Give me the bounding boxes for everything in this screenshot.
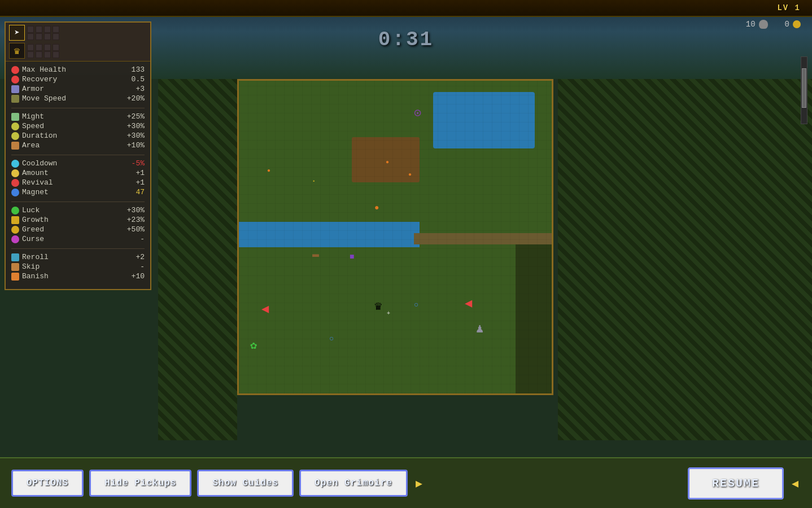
gold-counter: 0	[785, 20, 801, 29]
stat-recovery-value: 0.5	[132, 75, 145, 84]
arrow-left-icon[interactable]: ◀	[789, 474, 801, 493]
stat-group-weapon: Might +25% Speed +30% Duration +30%	[11, 112, 145, 150]
stat-area: Area +10%	[11, 141, 145, 150]
ring-item: ⊙	[414, 108, 421, 120]
stat-recovery: Recovery 0.5	[11, 75, 145, 84]
stat-banish-value: +10	[132, 272, 145, 281]
stat-armor-value: +3	[136, 85, 145, 93]
stat-greed-value: +50%	[127, 225, 145, 234]
recovery-icon	[11, 76, 19, 84]
stat-luck: Luck +30%	[11, 205, 145, 215]
stat-amount-label: Amount	[11, 169, 49, 177]
character-icon-crown: ♛	[9, 43, 25, 59]
stat-movespeed: Move Speed +20%	[11, 94, 145, 103]
stat-armor-label: Armor	[11, 85, 44, 93]
open-grimoire-button[interactable]: Open Grimoire	[299, 470, 408, 497]
stat-cooldown: Cooldown -5%	[11, 159, 145, 168]
stat-maxhealth: Max Health 133	[11, 65, 145, 75]
divider-3	[11, 202, 145, 202]
stat-duration: Duration +30%	[11, 131, 145, 141]
orb-pickup-1: ○	[329, 335, 334, 343]
kill-counter: 10	[746, 20, 768, 29]
cooldown-icon	[11, 160, 19, 168]
stat-growth: Growth +23%	[11, 215, 145, 225]
skip-icon	[11, 263, 19, 271]
stat-magnet: Magnet 47	[11, 187, 145, 197]
stat-maxhealth-label: Max Health	[11, 65, 66, 74]
stat-magnet-label: Magnet	[11, 188, 49, 196]
stat-growth-value: +23%	[127, 216, 145, 224]
char-icon-row-1: ➤	[9, 25, 60, 41]
stat-duration-value: +30%	[127, 132, 145, 140]
divider-4	[11, 248, 145, 249]
top-bar: LV 1	[0, 0, 812, 17]
knight-enemy: ♟	[476, 323, 483, 336]
stat-banish: Banish +10	[11, 271, 145, 281]
stat-revival: Revival +1	[11, 178, 145, 187]
orange-pickup: ●	[374, 204, 379, 212]
stat-curse: Curse -	[11, 234, 145, 244]
stat-curse-value: -	[140, 235, 145, 243]
reroll-icon	[11, 253, 19, 261]
stat-group-base: Max Health 133 Recovery 0.5 Armor +3	[11, 65, 145, 103]
bottom-bar: OPTIONS Hide Pickups Show Guides Open Gr…	[0, 457, 812, 508]
stat-magnet-value: 47	[136, 188, 145, 196]
stat-duration-label: Duration	[11, 132, 57, 140]
options-button[interactable]: OPTIONS	[11, 470, 84, 497]
map-grid-overlay	[239, 81, 552, 393]
stat-area-value: +10%	[127, 141, 145, 150]
bottom-buttons: OPTIONS Hide Pickups Show Guides Open Gr…	[11, 470, 425, 497]
speed-icon	[11, 122, 19, 130]
divider-1	[11, 108, 145, 108]
magnet-icon	[11, 189, 19, 196]
purple-item: ■	[350, 253, 354, 261]
pickup-small-3: ●	[408, 172, 412, 178]
resume-button[interactable]: RESUME	[688, 467, 784, 500]
curse-icon	[11, 235, 19, 243]
stat-revival-label: Revival	[11, 178, 53, 187]
stat-speed: Speed +30%	[11, 121, 145, 131]
top-counters: 10 0	[746, 20, 801, 29]
char-icon-row-2: ♛	[9, 43, 60, 59]
player-crown-sprite: ♛	[374, 301, 382, 313]
stat-might: Might +25%	[11, 112, 145, 121]
gold-count: 0	[785, 20, 789, 29]
growth-icon	[11, 216, 19, 224]
stat-skip-label: Skip	[11, 262, 40, 271]
enemy-arrow-left: ◀	[261, 304, 269, 316]
stat-movespeed-label: Move Speed	[11, 94, 66, 103]
scrollbar-thumb[interactable]	[802, 68, 806, 108]
greed-icon	[11, 226, 19, 234]
map-interior: ♛ ◀ ◀ ✿ ✿ ○ ○ ◯ ⊙ ● ■ ▬ ♟ ☠ ⬥ + ● ● ● •	[239, 81, 552, 393]
stat-might-label: Might	[11, 112, 44, 121]
stat-group-meta: Reroll +2 Skip - Banish +10	[11, 252, 145, 281]
show-guides-button[interactable]: Show Guides	[197, 470, 294, 497]
amount-icon	[11, 169, 19, 177]
stat-reroll-label: Reroll	[11, 253, 49, 261]
stat-reroll: Reroll +2	[11, 252, 145, 262]
character-icons: ➤ ♛	[6, 23, 150, 62]
stat-area-label: Area	[11, 141, 40, 150]
duration-icon	[11, 132, 19, 140]
pickup-small-4: •	[312, 179, 315, 185]
revival-icon	[11, 179, 19, 187]
stat-armor: Armor +3	[11, 84, 145, 94]
stat-group-special: Cooldown -5% Amount +1 Revival +1	[11, 159, 145, 197]
stat-cooldown-label: Cooldown	[11, 159, 57, 168]
arrow-right-icon[interactable]: ▶	[413, 474, 425, 493]
hide-pickups-button[interactable]: Hide Pickups	[89, 470, 191, 497]
cursor-icon: ➤	[14, 27, 20, 38]
pickup-small-2: ●	[386, 160, 389, 165]
might-icon	[11, 113, 19, 121]
crown-icon: ♛	[14, 45, 20, 57]
stat-recovery-label: Recovery	[11, 75, 57, 84]
scrollbar[interactable]	[801, 56, 807, 124]
target-crosshair: +	[387, 311, 390, 317]
stat-banish-label: Banish	[11, 272, 49, 281]
stat-amount-value: +1	[136, 169, 145, 177]
stat-curse-label: Curse	[11, 235, 44, 243]
stat-skip-value: -	[140, 262, 145, 271]
stat-group-luck: Luck +30% Growth +23% Greed +50%	[11, 205, 145, 244]
clover-pickup: ✿	[250, 340, 257, 352]
movespeed-icon	[11, 95, 19, 103]
